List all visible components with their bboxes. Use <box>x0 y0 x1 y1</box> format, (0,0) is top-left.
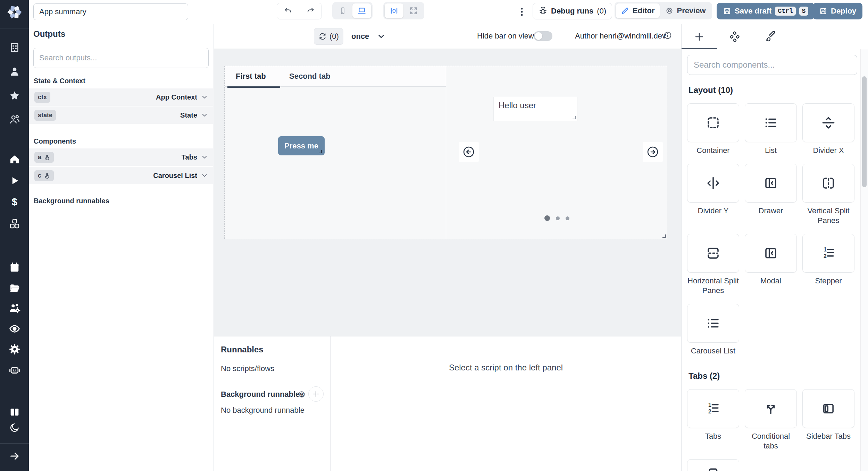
component-label: List <box>765 146 777 155</box>
book-pages-icon[interactable] <box>0 404 29 420</box>
star-icon[interactable] <box>0 88 29 104</box>
preview-icon <box>665 7 674 15</box>
component-card-horizontal-split-panes[interactable]: Horizontal Split Panes <box>687 234 739 296</box>
mobile-view-button[interactable] <box>334 4 352 18</box>
list-icon <box>763 115 778 130</box>
resize-handle[interactable] <box>319 150 322 153</box>
collapse-arrow-right-icon[interactable] <box>0 448 29 464</box>
runnables-list: Runnables No scripts/flows Background ru… <box>214 336 331 471</box>
no-scripts-text: No scripts/flows <box>221 364 274 373</box>
carousel-next-button[interactable] <box>643 142 663 162</box>
user-icon[interactable] <box>0 63 29 79</box>
more-menu-button[interactable] <box>516 6 528 18</box>
fullscreen-button[interactable] <box>404 3 423 18</box>
carousel-prev-button[interactable] <box>459 142 479 162</box>
svg-text:2: 2 <box>708 409 711 414</box>
component-card-tabs[interactable]: 12 Tabs <box>687 389 739 451</box>
eye-icon[interactable] <box>0 321 29 337</box>
component-card-container[interactable]: Container <box>687 103 739 155</box>
press-me-button[interactable]: Press me <box>278 136 325 155</box>
output-row-component-a[interactable]: a Tabs <box>29 148 214 166</box>
editor-tab[interactable]: Editor <box>616 3 660 18</box>
component-card-divider-y[interactable]: Divider Y <box>687 164 739 225</box>
component-card-modal[interactable]: Modal <box>745 234 797 296</box>
layout-section-title: Layout (10) <box>688 85 861 95</box>
tab-styling[interactable] <box>762 29 778 44</box>
component-label: Carousel List <box>691 346 735 356</box>
tab-insert-component[interactable] <box>692 29 707 44</box>
app-summary-input[interactable] <box>33 3 188 20</box>
center-content-button[interactable] <box>385 3 403 18</box>
component-card-drawer[interactable]: Drawer <box>745 164 797 225</box>
refresh-count: (0) <box>329 32 339 41</box>
hide-bar-label: Hide bar on view <box>477 32 534 41</box>
tab-second[interactable]: Second tab <box>289 72 331 81</box>
debug-runs-button[interactable]: Debug runs (0) <box>533 3 612 19</box>
components-header: Components <box>34 137 76 145</box>
carousel-dot-2[interactable] <box>556 216 560 220</box>
component-card-divider-x[interactable]: Divider X <box>802 103 854 155</box>
deploy-button[interactable]: Deploy <box>813 3 862 19</box>
runs-play-icon[interactable] <box>0 173 29 189</box>
component-c-id: c <box>38 172 41 179</box>
users-gear-icon[interactable] <box>0 300 29 316</box>
resources-cubes-icon[interactable] <box>0 216 29 232</box>
component-card-stepper[interactable]: 12 Stepper <box>802 234 854 296</box>
tab-component-settings[interactable] <box>727 29 742 44</box>
app-canvas[interactable]: First tab Second tab Press me Hello user <box>224 66 667 239</box>
users-group-icon[interactable] <box>0 111 29 127</box>
hide-bar-toggle[interactable] <box>534 31 552 41</box>
component-card-partial[interactable] <box>687 459 739 471</box>
search-components-input[interactable] <box>687 55 857 75</box>
carousel-component[interactable]: Hello user <box>446 66 668 239</box>
workspace-building-icon[interactable] <box>0 40 29 55</box>
sidebar-tabs-icon <box>821 401 836 416</box>
conditional-tabs-icon <box>763 401 778 416</box>
schedule-dropdown[interactable]: once <box>351 28 386 45</box>
output-row-ctx[interactable]: ctx App Context <box>29 88 214 106</box>
component-card-conditional-tabs[interactable]: Conditional tabs <box>745 389 797 451</box>
component-card-vertical-split-panes[interactable]: Vertical Split Panes <box>802 164 854 225</box>
home-icon[interactable] <box>0 151 29 167</box>
svg-text:1: 1 <box>708 402 711 408</box>
preview-tab[interactable]: Preview <box>660 3 711 18</box>
add-background-runnable-button[interactable] <box>308 386 324 402</box>
background-runnables-header: Background runnables <box>34 197 109 205</box>
dark-mode-moon-icon[interactable] <box>0 420 29 436</box>
component-card-sidebar-tabs[interactable]: Sidebar Tabs <box>802 389 854 451</box>
scrollbar-thumb[interactable] <box>862 76 867 187</box>
save-draft-button[interactable]: Save draft Ctrl S <box>717 3 815 19</box>
resize-handle[interactable] <box>573 116 576 119</box>
component-label: Divider X <box>813 146 844 155</box>
schedules-calendar-icon[interactable] <box>0 259 29 275</box>
tabs-component[interactable]: First tab Second tab Press me <box>225 66 446 239</box>
state-context-header: State & Context <box>34 77 85 85</box>
windmill-logo-icon[interactable] <box>0 4 29 20</box>
carousel-dot-1[interactable] <box>544 215 550 221</box>
folder-icon[interactable] <box>0 280 29 296</box>
canvas-resize-handle[interactable] <box>662 234 666 238</box>
text-component[interactable]: Hello user <box>493 97 577 121</box>
output-row-state[interactable]: state State <box>29 106 214 124</box>
sidebar-divider <box>0 28 29 28</box>
chevron-down-icon <box>201 172 208 179</box>
settings-gear-icon[interactable] <box>0 341 29 357</box>
dollar-icon[interactable]: $ <box>0 194 29 210</box>
text-component-value: Hello user <box>499 101 536 110</box>
redo-button[interactable] <box>299 3 322 19</box>
desktop-view-button[interactable] <box>352 3 371 18</box>
component-card-carousel-list[interactable]: Carousel List <box>687 304 739 356</box>
component-card-list[interactable]: List <box>745 103 797 155</box>
center-horizontally-icon <box>390 6 399 15</box>
carousel-dot-3[interactable] <box>566 216 569 220</box>
tab-first[interactable]: First tab <box>236 72 266 81</box>
search-outputs-input[interactable] <box>33 48 209 68</box>
scrollbar-track[interactable] <box>860 49 868 471</box>
refresh-button[interactable]: (0) <box>314 28 343 45</box>
output-row-component-c[interactable]: c Carousel List <box>29 167 214 184</box>
robot-icon[interactable] <box>0 362 29 378</box>
info-icon[interactable] <box>298 391 306 398</box>
undo-button[interactable] <box>277 3 299 19</box>
info-icon[interactable] <box>663 31 672 40</box>
save-draft-label: Save draft <box>735 7 771 16</box>
